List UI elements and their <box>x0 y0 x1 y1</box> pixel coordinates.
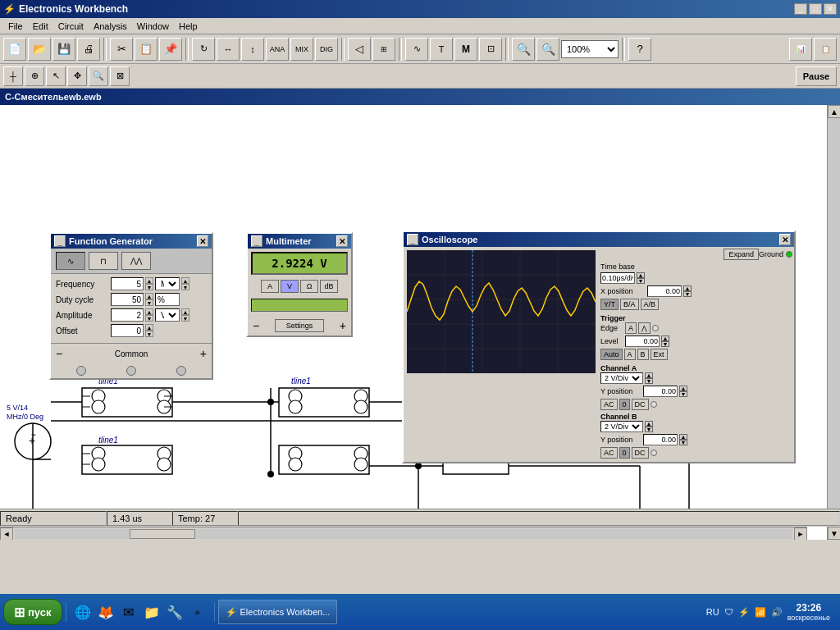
bluetooth-icon[interactable]: ⚡ <box>738 607 750 618</box>
fg-frequency-unit[interactable]: MHzkHzHz <box>155 277 180 290</box>
mm-close[interactable]: ✕ <box>336 235 348 247</box>
fg-close[interactable]: ✕ <box>197 235 208 247</box>
component-btn3[interactable]: DIG <box>315 38 338 61</box>
osc-timebase-input[interactable] <box>600 272 635 284</box>
paste-button[interactable]: 📌 <box>159 38 182 61</box>
logic-btn[interactable]: ⊞ <box>372 38 395 61</box>
mm-minus[interactable]: − <box>253 319 259 332</box>
fg-plus[interactable]: + <box>200 347 207 360</box>
instr-btn1[interactable]: 📊 <box>789 38 812 61</box>
fg-duty-down[interactable]: ▼ <box>145 299 153 306</box>
copy-button[interactable]: 📋 <box>135 38 158 61</box>
lang-indicator[interactable]: RU <box>706 607 719 617</box>
wave-triangle[interactable]: ⋀⋀ <box>121 252 151 270</box>
wire-btn[interactable]: ┼ <box>3 66 23 86</box>
osc-a-trig-btn[interactable]: A <box>624 349 636 360</box>
undo-button[interactable]: ◁ <box>348 38 371 61</box>
osc-cha-scale-down[interactable]: ▼ <box>645 378 653 384</box>
hscroll-thumb[interactable] <box>130 529 195 539</box>
osc-chb-0-btn[interactable]: 0 <box>619 447 630 459</box>
osc-auto-btn[interactable]: Auto <box>600 349 623 360</box>
network-icon[interactable]: 📶 <box>755 607 766 618</box>
osc-timebase-up[interactable]: ▲ <box>637 272 645 278</box>
menu-file[interactable]: File <box>3 21 28 32</box>
fg-minus[interactable]: − <box>56 347 62 360</box>
antivirus-icon[interactable]: 🛡 <box>724 607 733 617</box>
ql-folder[interactable]: 📁 <box>142 602 162 622</box>
menu-circuit[interactable]: Circuit <box>53 21 89 32</box>
osc-cha-scale[interactable]: 2 V/Div1 V/Div5 V/Div <box>600 372 643 384</box>
osc-b-trig-btn[interactable]: B <box>637 349 649 360</box>
fg-offset-up[interactable]: ▲ <box>145 324 153 331</box>
osc-ab-button[interactable]: A/B <box>641 299 660 310</box>
osc-chb-dc-btn[interactable]: DC <box>632 447 649 459</box>
osc-cha-ypos-up[interactable]: ▲ <box>679 386 687 391</box>
fg-titlebar[interactable]: _ Function Generator ✕ <box>51 234 212 249</box>
instr-btn2[interactable]: 📋 <box>814 38 837 61</box>
osc-ba-button[interactable]: B/A <box>620 299 639 310</box>
pause-button[interactable]: Pause <box>796 66 837 86</box>
osc-yt-button[interactable]: Y/T <box>600 299 619 310</box>
osc-xpos-up[interactable]: ▲ <box>683 285 692 291</box>
fg-amp-unit-down[interactable]: ▼ <box>181 315 189 322</box>
sound-icon[interactable]: 🔊 <box>771 607 783 618</box>
open-button[interactable]: 📂 <box>28 38 51 61</box>
zoom-out-button[interactable]: 🔍 <box>512 38 535 61</box>
component-btn1[interactable]: ANA <box>266 38 289 61</box>
osc-cha-ypos-input[interactable] <box>643 386 678 397</box>
osc-xpos-down[interactable]: ▼ <box>683 291 692 297</box>
osc-chb-ypos-up[interactable]: ▲ <box>679 434 687 440</box>
osc-chb-ac-btn[interactable]: AC <box>600 447 618 459</box>
osc-level-input[interactable] <box>625 336 660 347</box>
m-btn[interactable]: M <box>454 38 477 61</box>
osc-close[interactable]: ✕ <box>779 234 791 245</box>
osc-minimize[interactable]: _ <box>407 234 418 245</box>
mm-btn-a[interactable]: A <box>261 280 279 293</box>
osc-chb-scale[interactable]: 2 V/Div1 V/Div5 V/Div <box>600 421 643 432</box>
osc-cha-scale-up[interactable]: ▲ <box>645 372 653 378</box>
print-button[interactable]: 🖨 <box>77 38 100 61</box>
menu-help[interactable]: Help <box>174 21 203 32</box>
graph-btn[interactable]: ⊡ <box>479 38 502 61</box>
wave-square[interactable]: ⊓ <box>89 252 118 270</box>
osc-edge-r-btn[interactable]: ⋀ <box>638 322 651 334</box>
ql-expand[interactable]: » <box>188 602 208 622</box>
fg-frequency-input[interactable] <box>111 277 144 290</box>
fg-amp-unit-up[interactable]: ▲ <box>181 308 189 315</box>
fg-freq-unit-down[interactable]: ▼ <box>181 284 189 290</box>
taskbar-app-item[interactable]: ⚡ Electronics Workben... <box>218 600 338 624</box>
menu-window[interactable]: Window <box>132 21 174 32</box>
workspace[interactable]: + ~ <box>0 105 840 540</box>
zoom-in-button[interactable]: 🔍 <box>536 38 559 61</box>
fg-amplitude-input[interactable] <box>111 308 144 322</box>
ql-browser[interactable]: 🦊 <box>96 602 116 622</box>
new-button[interactable]: 📄 <box>3 38 26 61</box>
osc-cha-0-btn[interactable]: 0 <box>619 399 630 410</box>
fg-amp-down[interactable]: ▼ <box>145 315 153 322</box>
fg-offset-down[interactable]: ▼ <box>145 331 153 337</box>
zoom2-btn[interactable]: 🔍 <box>89 66 108 86</box>
fg-frequency-up[interactable]: ▲ <box>145 277 153 284</box>
fg-frequency-down[interactable]: ▼ <box>145 284 153 290</box>
mm-settings-btn[interactable]: Settings <box>275 319 324 332</box>
flip-h-button[interactable]: ↔ <box>217 38 240 61</box>
close-button[interactable]: ✕ <box>824 3 837 15</box>
save-button[interactable]: 💾 <box>52 38 75 61</box>
vscroll-up-button[interactable]: ▲ <box>828 105 840 118</box>
osc-ext-trig-btn[interactable]: Ext <box>651 349 668 360</box>
fg-duty-up[interactable]: ▲ <box>145 293 153 299</box>
fg-amplitude-unit[interactable]: VmV <box>155 308 180 322</box>
mm-titlebar[interactable]: _ Multimeter ✕ <box>248 234 351 249</box>
menu-edit[interactable]: Edit <box>28 21 53 32</box>
cut-button[interactable]: ✂ <box>110 38 133 61</box>
start-button[interactable]: ⊞ пуск <box>3 599 62 625</box>
vscroll-down-button[interactable]: ▼ <box>828 527 840 540</box>
ql-tools[interactable]: 🔧 <box>165 602 185 622</box>
mirror-btn[interactable]: ⊠ <box>110 66 130 86</box>
osc-xpos-input[interactable] <box>647 285 682 297</box>
fg-amp-up[interactable]: ▲ <box>145 308 153 315</box>
maximize-button[interactable]: □ <box>809 3 822 15</box>
vscroll-track[interactable] <box>828 118 840 527</box>
horizontal-scrollbar[interactable]: ◄ ► <box>0 527 807 540</box>
waveform-btn[interactable]: ∿ <box>405 38 428 61</box>
